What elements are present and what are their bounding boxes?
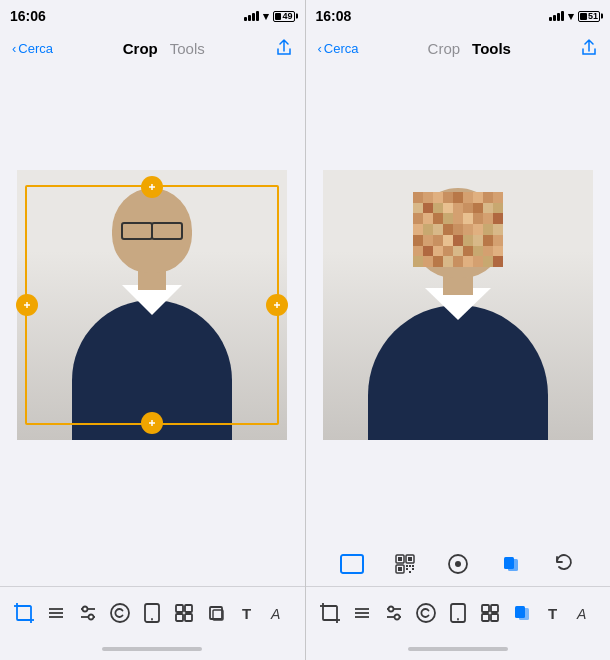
pixel-cell xyxy=(433,246,443,257)
left-tablet-icon[interactable] xyxy=(136,597,168,629)
left-font-icon[interactable]: A xyxy=(264,597,296,629)
pixel-cell xyxy=(493,256,503,267)
right-list-icon[interactable] xyxy=(346,597,378,629)
right-layers2-icon[interactable] xyxy=(506,597,538,629)
pixel-cell xyxy=(443,224,453,235)
left-nav-bar: ‹ Cerca Crop Tools xyxy=(0,28,305,68)
pixel-cell xyxy=(483,224,493,235)
pixel-cell xyxy=(463,256,473,267)
svg-point-17 xyxy=(83,606,88,611)
pixel-cell xyxy=(433,203,443,214)
svg-rect-31 xyxy=(341,555,363,573)
right-font-icon[interactable]: A xyxy=(570,597,602,629)
pixel-cell xyxy=(443,192,453,203)
pixel-cell xyxy=(443,246,453,257)
pixel-cell xyxy=(423,235,433,246)
right-tablet-icon[interactable] xyxy=(442,597,474,629)
left-panel: 16:06 ▾ 49 ‹ Cerca xyxy=(0,0,305,660)
svg-text:T: T xyxy=(548,605,557,622)
pixel-cell xyxy=(493,213,503,224)
left-crop-icon[interactable] xyxy=(8,597,40,629)
pixel-cell xyxy=(483,256,493,267)
right-copyright-icon[interactable] xyxy=(410,597,442,629)
left-copyright-icon[interactable] xyxy=(104,597,136,629)
pixel-cell xyxy=(423,224,433,235)
svg-rect-37 xyxy=(398,567,402,571)
right-text-icon[interactable]: T xyxy=(538,597,570,629)
left-glasses xyxy=(117,222,187,238)
pixel-cell xyxy=(473,203,483,214)
svg-point-45 xyxy=(455,561,461,567)
right-wifi-icon: ▾ xyxy=(568,10,574,23)
svg-rect-47 xyxy=(508,559,518,571)
pixel-cell xyxy=(433,235,443,246)
right-status-bar: 16:08 ▾ 51 xyxy=(306,0,611,28)
pixel-cell xyxy=(413,246,423,257)
pixel-cell xyxy=(413,213,423,224)
right-crop-tab[interactable]: Crop xyxy=(428,40,461,57)
right-home-indicator xyxy=(306,638,611,660)
svg-rect-66 xyxy=(491,614,498,621)
pixel-cell xyxy=(433,256,443,267)
right-time: 16:08 xyxy=(316,8,352,24)
svg-point-19 xyxy=(89,614,94,619)
left-status-icons: ▾ 49 xyxy=(244,10,295,23)
left-photo-wrapper xyxy=(17,170,287,440)
pixel-cell xyxy=(443,213,453,224)
left-layout-icon[interactable] xyxy=(168,597,200,629)
svg-rect-40 xyxy=(412,565,414,567)
left-toolbar-spacer xyxy=(0,542,305,586)
right-crop-rect-icon[interactable] xyxy=(336,548,368,580)
pixel-cell xyxy=(453,213,463,224)
pixel-overlay xyxy=(413,192,503,267)
left-list-icon[interactable] xyxy=(40,597,72,629)
pixel-cell xyxy=(423,203,433,214)
right-share-button[interactable] xyxy=(580,39,598,57)
svg-rect-43 xyxy=(412,568,414,570)
pixel-cell xyxy=(473,246,483,257)
left-layers-icon[interactable] xyxy=(200,597,232,629)
left-photo xyxy=(17,170,287,440)
right-crop-icon[interactable] xyxy=(314,597,346,629)
right-nav-bar: ‹ Cerca Crop Tools xyxy=(306,28,611,68)
left-text-icon[interactable]: T xyxy=(232,597,264,629)
left-share-button[interactable] xyxy=(275,39,293,57)
left-wifi-icon: ▾ xyxy=(263,10,269,23)
pixel-cell xyxy=(473,213,483,224)
pixel-cell xyxy=(463,192,473,203)
left-back-button[interactable]: ‹ Cerca xyxy=(12,41,53,56)
svg-rect-8 xyxy=(17,606,31,620)
pixel-cell xyxy=(493,235,503,246)
svg-rect-39 xyxy=(409,565,411,567)
right-back-button[interactable]: ‹ Cerca xyxy=(318,41,359,56)
pixel-cell xyxy=(473,192,483,203)
pixel-grid xyxy=(413,192,503,267)
right-circle-dot-icon[interactable] xyxy=(442,548,474,580)
svg-rect-27 xyxy=(210,607,222,619)
pixel-cell xyxy=(433,213,443,224)
pixel-cell xyxy=(463,213,473,224)
right-qr-icon[interactable] xyxy=(389,548,421,580)
svg-rect-64 xyxy=(491,605,498,612)
svg-rect-25 xyxy=(176,614,183,621)
left-back-chevron: ‹ xyxy=(12,41,16,56)
right-signal-icon xyxy=(549,11,564,21)
pixel-cell xyxy=(443,256,453,267)
left-time: 16:06 xyxy=(10,8,46,24)
right-layout-icon[interactable] xyxy=(474,597,506,629)
pixel-cell xyxy=(423,213,433,224)
svg-rect-23 xyxy=(176,605,183,612)
pixel-cell xyxy=(483,246,493,257)
right-undo-icon[interactable] xyxy=(548,548,580,580)
svg-text:A: A xyxy=(576,606,586,622)
left-sliders-icon[interactable] xyxy=(72,597,104,629)
right-stack-icon[interactable] xyxy=(495,548,527,580)
left-crop-tab[interactable]: Crop xyxy=(123,40,158,57)
pixel-cell xyxy=(473,235,483,246)
right-tools-tab[interactable]: Tools xyxy=(472,40,511,57)
right-sliders-icon[interactable] xyxy=(378,597,410,629)
svg-rect-26 xyxy=(185,614,192,621)
pixel-cell xyxy=(493,203,503,214)
left-tools-tab[interactable]: Tools xyxy=(170,40,205,57)
svg-text:T: T xyxy=(242,605,251,622)
